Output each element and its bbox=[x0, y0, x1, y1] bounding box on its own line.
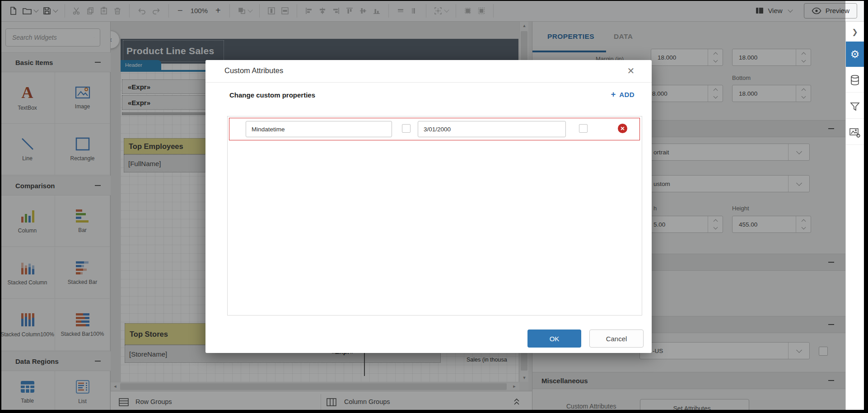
strip-settings-button[interactable]: ⚙ bbox=[846, 42, 864, 67]
delete-attribute-button[interactable]: ✕ bbox=[618, 124, 627, 133]
cancel-button[interactable]: Cancel bbox=[589, 329, 644, 348]
attribute-name-input[interactable] bbox=[246, 121, 392, 137]
gear-icon: ⚙ bbox=[850, 48, 860, 60]
strip-filter-button[interactable] bbox=[846, 95, 864, 119]
close-icon: ✕ bbox=[627, 65, 635, 76]
close-button[interactable]: ✕ bbox=[625, 65, 636, 76]
image-settings-icon bbox=[849, 127, 861, 138]
delete-icon: ✕ bbox=[620, 125, 625, 132]
add-attribute-button[interactable]: +ADD bbox=[611, 90, 635, 98]
report-designer-window: − 100% + View Preview bbox=[0, 0, 868, 413]
add-button-label: ADD bbox=[619, 91, 635, 98]
attribute-value-expression-checkbox[interactable] bbox=[579, 124, 588, 133]
custom-attributes-dialog: Custom Attributes ✕ Change custom proper… bbox=[205, 60, 652, 353]
strip-image-button[interactable] bbox=[846, 121, 864, 145]
panel-collapse-button[interactable]: ❯ bbox=[846, 23, 864, 40]
funnel-icon bbox=[849, 101, 860, 112]
dialog-subtitle: Change custom properties bbox=[229, 91, 315, 99]
strip-data-button[interactable] bbox=[846, 69, 864, 93]
window-border-bottom bbox=[0, 410, 868, 413]
attribute-name-expression-checkbox[interactable] bbox=[402, 124, 411, 133]
database-icon bbox=[849, 74, 860, 86]
plus-icon: + bbox=[611, 90, 616, 98]
window-border-right bbox=[864, 0, 868, 413]
dialog-title: Custom Attributes bbox=[224, 66, 283, 75]
dialog-header-divider bbox=[205, 82, 652, 83]
attribute-value-input[interactable] bbox=[418, 121, 566, 137]
panel-icon-strip: ❯ ⚙ bbox=[845, 22, 864, 413]
ok-button[interactable]: OK bbox=[527, 329, 581, 348]
attributes-list-container bbox=[227, 116, 642, 316]
window-border-top bbox=[0, 0, 868, 1]
window-border-left bbox=[0, 0, 1, 413]
chevron-right-icon: ❯ bbox=[852, 28, 858, 36]
